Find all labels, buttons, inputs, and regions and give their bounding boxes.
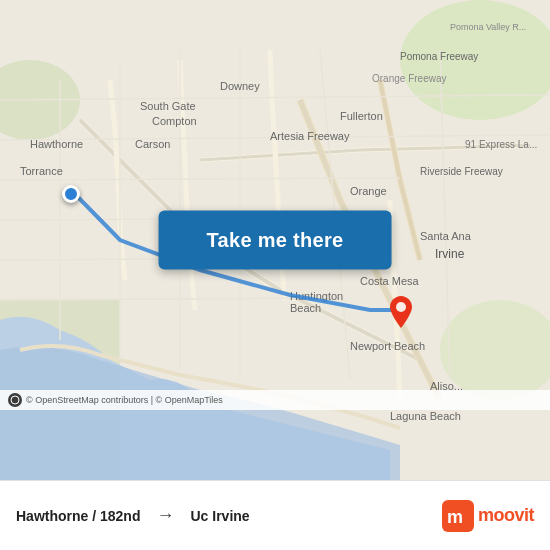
svg-text:South Gate: South Gate [140,100,196,112]
svg-text:Artesia Freeway: Artesia Freeway [270,130,350,142]
svg-text:Hawthorne: Hawthorne [30,138,83,150]
svg-text:Compton: Compton [152,115,197,127]
bottom-bar: Hawthorne / 182nd → Uc Irvine m moovit [0,480,550,550]
svg-text:Costa Mesa: Costa Mesa [360,275,420,287]
svg-text:m: m [447,507,463,527]
svg-text:Carson: Carson [135,138,170,150]
attribution-bar: © OpenStreetMap contributors | © OpenMap… [0,390,550,410]
svg-text:Torrance: Torrance [20,165,63,177]
svg-text:Pomona Freeway: Pomona Freeway [400,51,478,62]
svg-text:Santa Ana: Santa Ana [420,230,472,242]
svg-text:Irvine: Irvine [435,247,465,261]
svg-point-40 [11,396,19,404]
osm-logo-icon [8,393,22,407]
route-arrow-icon: → [156,505,174,526]
moovit-logo: m moovit [442,500,534,532]
svg-text:Pomona Valley R...: Pomona Valley R... [450,22,526,32]
svg-point-39 [396,302,406,312]
svg-text:91 Express La...: 91 Express La... [465,139,537,150]
svg-text:Newport Beach: Newport Beach [350,340,425,352]
route-from-label: Hawthorne / 182nd [16,508,140,524]
moovit-icon: m [442,500,474,532]
take-me-there-button[interactable]: Take me there [159,211,392,270]
svg-text:Orange Freeway: Orange Freeway [372,73,446,84]
moovit-text-label: moovit [478,505,534,526]
svg-text:Fullerton: Fullerton [340,110,383,122]
svg-text:Orange: Orange [350,185,387,197]
dest-pin-icon [390,296,412,328]
svg-text:Laguna Beach: Laguna Beach [390,410,461,422]
svg-text:Riverside Freeway: Riverside Freeway [420,166,503,177]
app-container: Hawthorne Torrance South Gate Downey Car… [0,0,550,550]
svg-text:Downey: Downey [220,80,260,92]
attribution-text: © OpenStreetMap contributors | © OpenMap… [26,395,223,405]
origin-dot [62,185,80,203]
destination-marker [390,296,412,332]
map-area: Hawthorne Torrance South Gate Downey Car… [0,0,550,480]
svg-text:Beach: Beach [290,302,321,314]
route-to-label: Uc Irvine [190,508,249,524]
origin-marker [62,185,80,203]
